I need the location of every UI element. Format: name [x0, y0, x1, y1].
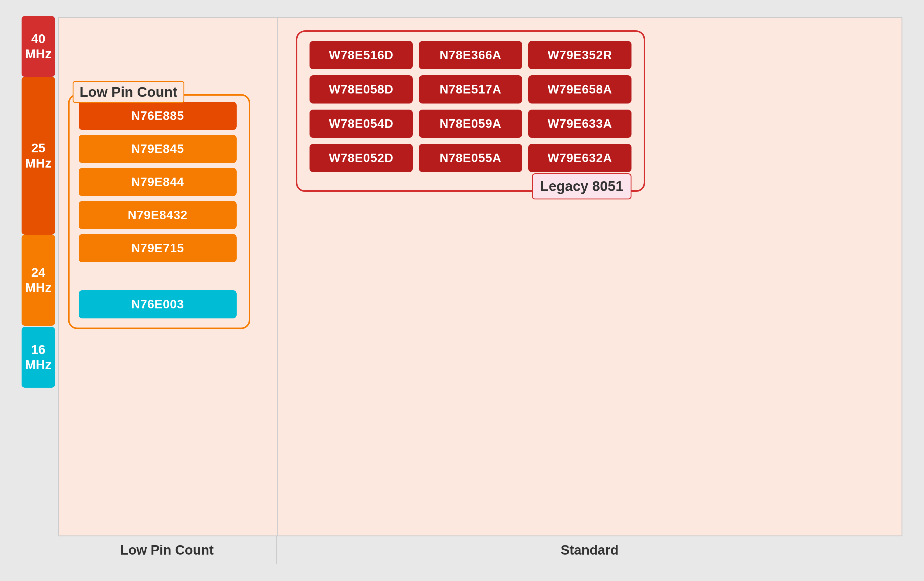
- lpc-column: Low Pin Count N76E885 N79E845 N79E844 N7…: [59, 18, 278, 535]
- main-area: Low Pin Count N76E885 N79E845 N79E844 N7…: [58, 17, 903, 564]
- lpc-column-label: Low Pin Count: [58, 537, 277, 564]
- chip-n79e8432[interactable]: N79E8432: [79, 201, 237, 229]
- chip-n78e366a[interactable]: N78E366A: [419, 41, 522, 69]
- chip-n79e845[interactable]: N79E845: [79, 135, 237, 163]
- chip-n76e003[interactable]: N76E003: [79, 290, 237, 318]
- freq-24-label: 24MHz: [21, 235, 55, 326]
- standard-column-label: Standard: [277, 537, 903, 564]
- chip-w79e632a[interactable]: W79E632A: [528, 144, 632, 172]
- chip-row-3: W78E054D N78E059A W79E633A: [310, 110, 632, 138]
- frequency-labels: 40MHz 25MHz 24MHz 16MHz: [21, 17, 58, 564]
- chip-n78e055a[interactable]: N78E055A: [419, 144, 522, 172]
- lpc-group: Low Pin Count N76E885 N79E845 N79E844 N7…: [68, 94, 250, 329]
- freq-25-label: 25MHz: [21, 77, 55, 235]
- chip-n79e715[interactable]: N79E715: [79, 234, 237, 262]
- chip-w79e352r[interactable]: W79E352R: [528, 41, 632, 69]
- freq-16-label: 16MHz: [21, 327, 55, 388]
- chip-n78e059a[interactable]: N78E059A: [419, 110, 522, 138]
- chip-row-1: W78E516D N78E366A W79E352R: [310, 41, 632, 69]
- chip-w78e516d[interactable]: W78E516D: [310, 41, 413, 69]
- standard-column: W78E516D N78E366A W79E352R W78E058D N78E…: [278, 18, 901, 535]
- column-labels: Low Pin Count Standard: [58, 537, 903, 564]
- chip-n78e517a[interactable]: N78E517A: [419, 75, 522, 104]
- chip-w78e058d[interactable]: W78E058D: [310, 75, 413, 104]
- legacy-8051-label: Legacy 8051: [532, 173, 632, 199]
- chip-n76e885[interactable]: N76E885: [79, 102, 237, 130]
- chip-row-4: W78E052D N78E055A W79E632A: [310, 144, 632, 172]
- chip-n79e844[interactable]: N79E844: [79, 168, 237, 196]
- chip-w78e052d[interactable]: W78E052D: [310, 144, 413, 172]
- chart-container: 40MHz 25MHz 24MHz 16MHz Low Pin Count N7…: [21, 17, 903, 564]
- chip-w78e054d[interactable]: W78E054D: [310, 110, 413, 138]
- freq-40-label: 40MHz: [21, 16, 55, 77]
- legacy-group: W78E516D N78E366A W79E352R W78E058D N78E…: [296, 30, 645, 192]
- columns-area: Low Pin Count N76E885 N79E845 N79E844 N7…: [58, 17, 903, 537]
- lpc-group-label: Low Pin Count: [73, 81, 184, 103]
- chip-row-2: W78E058D N78E517A W79E658A: [310, 75, 632, 104]
- chip-w79e633a[interactable]: W79E633A: [528, 110, 632, 138]
- chip-w79e658a[interactable]: W79E658A: [528, 75, 632, 104]
